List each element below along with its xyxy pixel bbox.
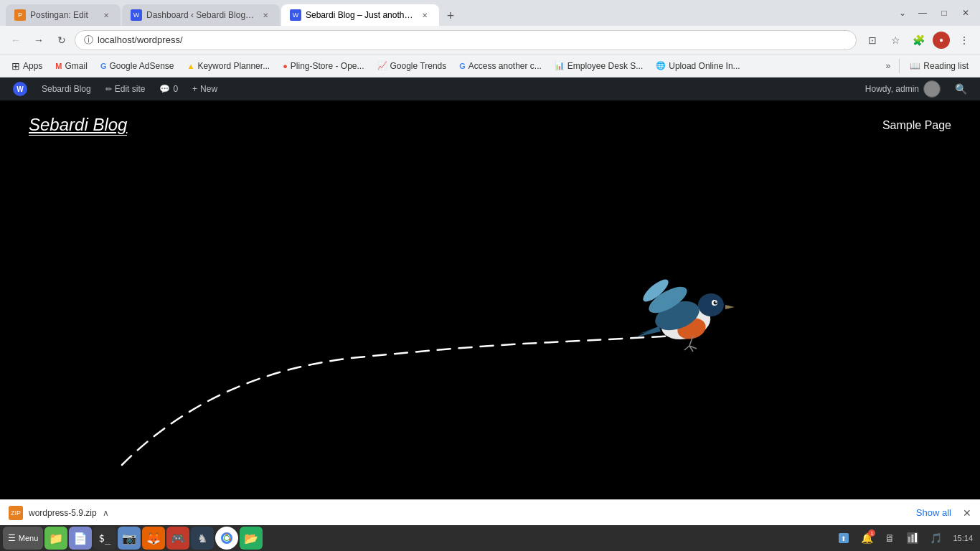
- terminal-icon: $_: [99, 532, 111, 544]
- bookmark-separator: [899, 59, 900, 73]
- tray-monitor-icon[interactable]: 🖥: [880, 528, 900, 548]
- show-all-button[interactable]: Show all: [910, 504, 957, 521]
- upload-tray-svg: ⬆: [837, 532, 850, 545]
- chrome-svg-icon: [220, 531, 234, 545]
- wp-edit-site-label: Edit site: [115, 84, 146, 94]
- tab-close-sebardi[interactable]: ✕: [419, 9, 430, 21]
- site-header: Sebardi Blog Sample Page: [0, 100, 980, 150]
- close-button[interactable]: ✕: [957, 4, 974, 22]
- tab-favicon-sebardi: W: [290, 9, 301, 21]
- tab-close-postingan[interactable]: ✕: [100, 9, 112, 21]
- bookmark-upload[interactable]: 🌐 Upload Online In...: [650, 58, 745, 74]
- tray-notification-icon[interactable]: 🔔 1: [857, 528, 877, 548]
- taskbar-files-button[interactable]: 📁: [44, 527, 67, 550]
- svg-point-8: [715, 301, 717, 303]
- reading-list-button[interactable]: 📖 Reading list: [904, 58, 974, 74]
- profile-button[interactable]: ●: [931, 30, 951, 50]
- taskbar-chess-button[interactable]: ♞: [191, 527, 214, 550]
- taskbar-files2-button[interactable]: 📂: [240, 527, 263, 550]
- text-editor-icon: 📄: [73, 532, 88, 545]
- taskbar-menu-button[interactable]: ☰ Menu: [3, 527, 43, 550]
- svg-marker-11: [636, 326, 661, 337]
- screenshot-icon: 📷: [122, 532, 136, 545]
- address-bar: ← → ↻ ⓘ localhost/wordpress/ ⊡ ☆ 🧩 ● ⋮: [0, 26, 980, 55]
- extensions-icon[interactable]: 🧩: [908, 30, 928, 50]
- minimize-button[interactable]: —: [914, 4, 931, 22]
- tab-strip-menu[interactable]: ⌄: [894, 4, 911, 22]
- wp-howdy-item[interactable]: Howdy, admin: [858, 80, 948, 98]
- tab-dashboard[interactable]: W Dashboard ‹ Sebardi Blog — ✕: [122, 4, 280, 26]
- bookmark-access[interactable]: G Access another c...: [453, 58, 547, 74]
- bookmark-keyword-label: Keyword Planner...: [197, 61, 270, 71]
- taskbar-app6-button[interactable]: 🎮: [166, 527, 189, 550]
- tab-postingan[interactable]: P Postingan: Edit ✕: [6, 4, 121, 26]
- bookmark-apps-label: Apps: [23, 61, 42, 71]
- toolbar-icons: ⊡ ☆ 🧩 ● ⋮: [862, 30, 974, 50]
- wp-edit-site-item[interactable]: ✏ Edit site: [98, 77, 153, 100]
- maximize-button[interactable]: □: [936, 4, 953, 22]
- tab-close-dashboard[interactable]: ✕: [260, 9, 271, 21]
- download-item-wordpress: ZIP wordpress-5.9.zip ∧: [9, 506, 109, 520]
- tray-upload-icon[interactable]: ⬆: [834, 528, 854, 548]
- nav-sample-page[interactable]: Sample Page: [882, 119, 951, 131]
- bookmark-gmail-label: Gmail: [65, 61, 88, 71]
- title-bar: P Postingan: Edit ✕ W Dashboard ‹ Sebard…: [0, 0, 980, 26]
- svg-line-13: [684, 346, 689, 350]
- music-icon: 🎵: [930, 532, 942, 544]
- access-icon: G: [459, 62, 466, 70]
- files2-icon: 📂: [244, 532, 258, 545]
- app6-icon: 🎮: [171, 532, 185, 545]
- wp-new-item[interactable]: + New: [185, 77, 225, 100]
- bookmark-adsense[interactable]: G Google AdSense: [95, 58, 180, 74]
- wp-comments-item[interactable]: 💬 0: [152, 77, 185, 100]
- taskbar-firefox-button[interactable]: 🦊: [142, 527, 165, 550]
- tab-title-sebardi: Sebardi Blog – Just another W: [306, 10, 415, 20]
- cast-icon[interactable]: ⊡: [862, 30, 882, 50]
- keyword-icon: ▲: [187, 62, 195, 70]
- tray-network-icon[interactable]: [903, 528, 923, 548]
- bookmark-gmail[interactable]: M Gmail: [50, 58, 93, 74]
- wp-logo-item[interactable]: W: [6, 77, 34, 100]
- svg-rect-24: [912, 534, 914, 542]
- monitor-icon: 🖥: [885, 532, 895, 544]
- menu-icon: ☰: [8, 533, 16, 543]
- wp-logo-icon: W: [13, 82, 27, 96]
- refresh-button[interactable]: ↻: [52, 30, 72, 50]
- bookmarks-bar: ⊞ Apps M Gmail G Google AdSense ▲ Keywor…: [0, 55, 980, 77]
- taskbar-terminal-button[interactable]: $_: [93, 527, 116, 550]
- wp-new-label: New: [200, 84, 217, 94]
- taskbar-editor-button[interactable]: 📄: [69, 527, 92, 550]
- bookmark-apps[interactable]: ⊞ Apps: [6, 57, 48, 75]
- bookmark-employee[interactable]: 📊 Employee Desk S...: [549, 58, 649, 74]
- wp-search-button[interactable]: 🔍: [948, 83, 974, 95]
- bookmark-icon[interactable]: ☆: [885, 30, 905, 50]
- trends-icon: 📈: [377, 61, 387, 70]
- window-controls: — □ ✕: [914, 4, 974, 22]
- firefox-icon: 🦊: [146, 532, 161, 545]
- bookmark-employee-label: Employee Desk S...: [567, 61, 643, 71]
- taskbar-chrome-button[interactable]: [215, 527, 238, 550]
- wp-site-name-item[interactable]: Sebardi Blog: [34, 77, 98, 100]
- bookmark-pling[interactable]: ● Pling-Store - Ope...: [277, 58, 369, 74]
- url-box[interactable]: ⓘ localhost/wordpress/: [75, 30, 857, 50]
- lock-icon: ⓘ: [84, 34, 93, 47]
- download-filename: wordpress-5.9.zip: [29, 508, 97, 518]
- bookmark-keyword[interactable]: ▲ Keyword Planner...: [182, 58, 276, 74]
- forward-button[interactable]: →: [29, 30, 49, 50]
- download-bar-close[interactable]: ✕: [963, 507, 971, 519]
- more-bookmarks-button[interactable]: »: [882, 58, 895, 74]
- reading-list-label: Reading list: [923, 61, 969, 71]
- tray-music-icon[interactable]: 🎵: [925, 528, 946, 548]
- taskbar-screenshot-button[interactable]: 📷: [118, 527, 141, 550]
- tab-sebardi[interactable]: W Sebardi Blog – Just another W ✕: [281, 4, 439, 26]
- bookmark-trends[interactable]: 📈 Google Trends: [372, 58, 453, 74]
- wp-admin-right: Howdy, admin 🔍: [858, 80, 974, 98]
- menu-button[interactable]: ⋮: [954, 30, 974, 50]
- clock-display: 15:14: [948, 534, 977, 542]
- back-button[interactable]: ←: [6, 30, 26, 50]
- site-nav: Sample Page: [882, 119, 951, 132]
- svg-point-7: [714, 301, 717, 305]
- download-chevron[interactable]: ∧: [103, 508, 109, 518]
- new-tab-button[interactable]: +: [440, 6, 461, 26]
- svg-point-19: [225, 536, 229, 540]
